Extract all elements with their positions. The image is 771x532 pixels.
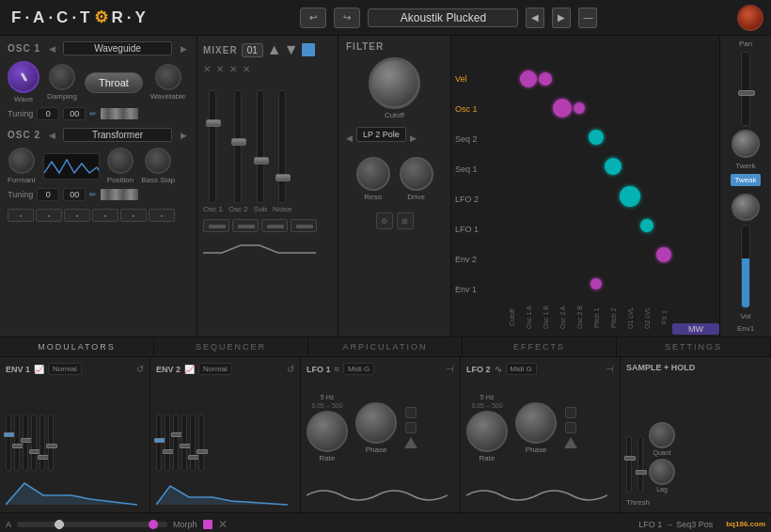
osc2-bassslap-knob[interactable]	[145, 148, 171, 174]
lfo2-shape-1[interactable]	[565, 407, 576, 418]
osc1-tuning-val1[interactable]	[37, 107, 59, 120]
mini-fader-4[interactable]	[291, 219, 317, 232]
transport-back[interactable]: ↩	[300, 8, 326, 28]
vol-slider[interactable]	[741, 225, 750, 308]
lfo2-triangle-btn[interactable]	[564, 437, 577, 448]
osc1-next[interactable]: ▶	[178, 43, 189, 55]
osc2-tune-icon[interactable]: ✏	[89, 190, 97, 199]
tab-modulators[interactable]: MODULATORS	[0, 337, 154, 356]
step-btn-5[interactable]: ▪	[120, 209, 147, 222]
lfo1-shape-1[interactable]	[405, 407, 417, 418]
filter-mode-select[interactable]: LP 2 Pole	[356, 127, 406, 142]
mod-dot[interactable]	[539, 72, 552, 86]
tweak-button[interactable]: Tweak	[731, 174, 760, 186]
filter-mode-prev[interactable]: ◀	[346, 133, 353, 143]
mod-dot[interactable]	[553, 99, 572, 117]
lfo1-triangle-btn[interactable]	[404, 437, 417, 448]
mixer-x1[interactable]: ✕	[203, 64, 211, 74]
mixer-x4[interactable]: ✕	[243, 64, 250, 74]
lfo1-shape-2[interactable]	[405, 422, 417, 433]
morph-b-dot[interactable]	[149, 520, 158, 529]
mini-fader-1[interactable]	[203, 219, 229, 232]
osc1-prev[interactable]: ◀	[46, 43, 57, 55]
vol-knob[interactable]	[732, 194, 760, 222]
mod-dots-container[interactable]	[503, 64, 672, 299]
osc1-wave-knob[interactable]	[8, 61, 39, 93]
mixer-next[interactable]: ▼	[284, 41, 299, 58]
transport-forward[interactable]: ↪	[334, 8, 360, 28]
lfo2-shape-2[interactable]	[565, 422, 576, 433]
env1-fader-3[interactable]	[23, 415, 28, 471]
osc2-tuning-val2[interactable]	[63, 188, 86, 201]
fader-osc2-thumb[interactable]	[231, 138, 246, 146]
mod-dot[interactable]	[620, 186, 640, 207]
env1-fader-2[interactable]	[14, 415, 20, 471]
pan-slider[interactable]	[741, 52, 750, 126]
preset-name[interactable]: Akoustik Plucked	[368, 8, 518, 27]
osc2-position-knob[interactable]	[107, 148, 134, 174]
fader-osc2-track[interactable]	[234, 90, 242, 203]
osc2-wavetable[interactable]: Transformer	[63, 128, 172, 142]
mod-dot[interactable]	[640, 219, 653, 232]
osc2-next[interactable]: ▶	[178, 130, 189, 141]
mod-dot[interactable]	[605, 158, 622, 175]
env2-fader-4[interactable]	[181, 415, 187, 471]
env1-mode[interactable]: Normal	[48, 363, 82, 375]
fader-sub-track[interactable]	[257, 90, 264, 203]
env2-fader-2[interactable]	[165, 415, 170, 471]
morph-thumb[interactable]	[55, 520, 64, 529]
step-btn-3[interactable]: ▪	[64, 209, 90, 222]
morph-track[interactable]	[17, 522, 167, 527]
morph-sq[interactable]	[203, 520, 212, 529]
sh-quant-knob[interactable]	[649, 422, 675, 448]
lfo2-phase-knob[interactable]	[515, 402, 557, 444]
filter-icon-1[interactable]: ⚙	[376, 212, 393, 229]
fader-noise-track[interactable]	[278, 90, 286, 203]
mixer-x2[interactable]: ✕	[216, 64, 224, 74]
step-btn-2[interactable]: ▪	[36, 209, 62, 222]
close-icon[interactable]: ✕	[218, 518, 228, 531]
step-btn-6[interactable]: ▪	[149, 209, 175, 222]
tab-settings[interactable]: SETTINGS	[617, 337, 771, 356]
lfo2-rate-knob[interactable]	[466, 411, 508, 452]
env2-loop-icon[interactable]: ↺	[287, 364, 294, 374]
osc1-tuning-val2[interactable]	[63, 107, 86, 120]
filter-drive-knob[interactable]	[400, 157, 433, 191]
twerk-knob[interactable]	[732, 130, 760, 158]
osc2-tuning-val1[interactable]	[37, 188, 59, 201]
env2-fader-1[interactable]	[156, 415, 162, 471]
env2-fader-3[interactable]	[173, 415, 179, 471]
mixer-prev[interactable]: ▲	[267, 41, 282, 58]
filter-icon-2[interactable]: ⊞	[397, 212, 414, 229]
tab-sequencer[interactable]: SEQUENCER	[154, 337, 308, 356]
osc1-wavetable-knob[interactable]	[155, 64, 181, 90]
filter-reso-knob[interactable]	[356, 157, 390, 191]
mod-dot[interactable]	[656, 247, 671, 262]
env1-fader-5[interactable]	[39, 415, 45, 471]
mod-dot[interactable]	[589, 130, 604, 145]
menu-icon[interactable]	[737, 5, 763, 31]
mixer-x3[interactable]: ✕	[229, 64, 237, 74]
osc1-damping-knob[interactable]	[49, 64, 75, 90]
env2-mode[interactable]: Normal	[198, 363, 232, 375]
lfo2-mode[interactable]: Midi G	[506, 363, 537, 375]
filter-cutoff-knob[interactable]	[369, 57, 420, 109]
tab-arpiculation[interactable]: ARPICULATION	[308, 337, 463, 356]
filter-mode-next[interactable]: ▶	[410, 133, 417, 143]
throat-button[interactable]: Throat	[85, 72, 143, 93]
preset-prev[interactable]: ◀	[526, 8, 544, 28]
osc2-formant-knob[interactable]	[8, 148, 35, 174]
env1-loop-icon[interactable]: ↺	[136, 364, 144, 374]
lfo1-link-icon[interactable]: ⊣	[446, 364, 454, 374]
mod-dot[interactable]	[520, 70, 537, 87]
fader-sub-thumb[interactable]	[254, 157, 269, 164]
osc1-wavetable[interactable]: Waveguide	[63, 41, 172, 55]
sh-fader-track-2[interactable]	[637, 436, 643, 493]
osc2-prev[interactable]: ◀	[46, 130, 57, 141]
step-btn-1[interactable]: ▪	[8, 209, 34, 222]
minimize-btn[interactable]: —	[578, 8, 597, 28]
mini-fader-3[interactable]	[261, 219, 288, 232]
fader-noise-thumb[interactable]	[275, 174, 291, 181]
sh-fader-track-1[interactable]	[626, 436, 632, 493]
env2-fader-5[interactable]	[190, 415, 196, 471]
